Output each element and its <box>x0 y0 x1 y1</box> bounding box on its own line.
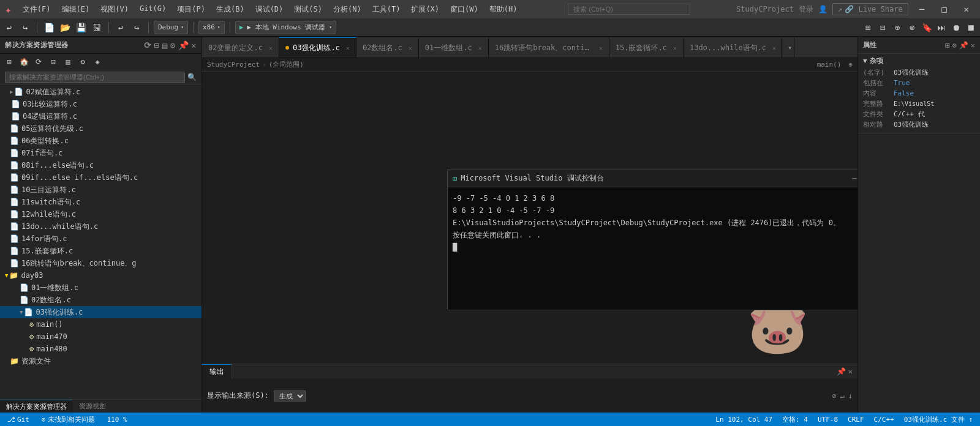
menu-extend[interactable]: 扩展(X) <box>406 3 444 16</box>
props-close-icon[interactable]: ✕ <box>971 41 975 50</box>
tree-item-day03[interactable]: ▼ 📁 day03 <box>0 269 202 282</box>
sb-btn-2[interactable]: 🏠 <box>17 55 31 69</box>
tab-5[interactable]: 15.嵌套循环.c ✕ <box>609 38 684 58</box>
tree-item-3[interactable]: 📄 05运算符优先级.c <box>0 122 202 135</box>
menu-file[interactable]: 文件(F) <box>18 3 56 16</box>
redo-button[interactable]: ↪ <box>130 21 143 34</box>
tb-btn-5[interactable]: 🔖 <box>920 21 933 34</box>
tree-item-13[interactable]: 📄 15.嵌套循环.c <box>0 245 202 257</box>
menu-test[interactable]: 测试(S) <box>289 3 327 16</box>
search-input[interactable] <box>568 4 690 15</box>
tree-item-18[interactable]: ▼ 📄 03强化训练.c <box>0 306 202 318</box>
props-value-4[interactable]: C/C++ 代 <box>894 110 975 119</box>
props-icon-2[interactable]: ⚙ <box>952 41 957 50</box>
menu-window[interactable]: 窗口(W) <box>445 3 483 16</box>
status-filename[interactable]: 03强化训练.c 文件 ↑ <box>902 415 975 424</box>
sync-icon[interactable]: ⟳ <box>144 40 152 50</box>
props-value-0[interactable]: 03强化训练 <box>894 68 975 77</box>
menu-edit[interactable]: 编辑(E) <box>57 3 95 16</box>
open-button[interactable]: 📂 <box>58 21 72 34</box>
tab-6[interactable]: 13do...while语句.c ✕ <box>684 38 782 58</box>
sidebar-tab-resource[interactable]: 资源视图 <box>73 400 112 413</box>
tree-item-21[interactable]: ⚙ main480 <box>0 343 202 355</box>
tree-item-8[interactable]: 📄 10三目运算符.c <box>0 184 202 196</box>
tree-item-2[interactable]: 📄 04逻辑运算符.c <box>0 110 202 122</box>
props-value-2[interactable]: False <box>894 89 975 97</box>
minimize-button[interactable]: ─ <box>913 3 930 15</box>
props-value-1[interactable]: True <box>894 79 975 87</box>
menu-help[interactable]: 帮助(H) <box>484 3 522 16</box>
bc-expand-icon[interactable]: ⊕ <box>848 61 853 69</box>
source-select[interactable]: 生成 <box>274 390 306 402</box>
menu-view[interactable]: 视图(V) <box>96 3 134 16</box>
undo-button[interactable]: ↩ <box>114 21 127 34</box>
forward-button[interactable]: ↪ <box>18 21 32 34</box>
menu-tools[interactable]: 工具(T) <box>368 3 405 16</box>
tab-close-6[interactable]: ✕ <box>772 45 776 51</box>
menu-bar[interactable]: 文件(F) 编辑(E) 视图(V) Git(G) 项目(P) 生成(B) 调试(… <box>18 3 522 16</box>
status-zoom[interactable]: 110 % <box>105 416 130 424</box>
live-share-button[interactable]: ↗ 🔗 Live Share <box>832 3 908 15</box>
platform-dropdown[interactable]: x86 ▾ <box>198 21 225 34</box>
bc-function[interactable]: main() <box>817 61 842 69</box>
status-git[interactable]: ⎇ Git <box>5 416 32 424</box>
output-tab[interactable]: 输出 <box>202 364 232 379</box>
tab-close-1[interactable]: ✕ <box>346 45 350 51</box>
tree-item-14[interactable]: 📄 16跳转语句break、continue、g <box>0 257 202 269</box>
tab-1[interactable]: 03强化训练.c ✕ <box>279 37 356 58</box>
sb-btn-7[interactable]: ◈ <box>91 55 104 69</box>
props-value-3[interactable]: E:\VisualSt <box>894 100 975 107</box>
props-value-5[interactable]: 03强化训练 <box>894 120 975 129</box>
debug-config-dropdown[interactable]: Debug ▾ <box>154 21 188 34</box>
status-encoding[interactable]: UTF-8 <box>815 415 840 424</box>
sidebar-search-input[interactable] <box>5 72 185 83</box>
tree-item-0[interactable]: ▶ 📄 02赋值运算符.c <box>0 86 202 98</box>
tree-item-16[interactable]: 📄 01一维数组.c <box>0 282 202 294</box>
tree-item-11[interactable]: 📄 13do...while语句.c <box>0 220 202 233</box>
status-language[interactable]: C/C++ <box>872 415 897 424</box>
sb-btn-4[interactable]: ⊟ <box>47 55 60 69</box>
tab-close-0[interactable]: ✕ <box>269 45 273 51</box>
sidebar-pin-icon[interactable]: 📌 <box>178 40 189 50</box>
tb-btn-7[interactable]: ⏺ <box>949 21 963 34</box>
tab-2[interactable]: 02数组名.c ✕ <box>356 38 419 58</box>
tree-item-6[interactable]: 📄 08if...else语句.c <box>0 159 202 171</box>
maximize-button[interactable]: □ <box>935 3 952 15</box>
save-all-button[interactable]: 🖫 <box>90 21 104 34</box>
menu-git[interactable]: Git(G) <box>135 3 171 16</box>
menu-debug[interactable]: 调试(D) <box>251 3 288 16</box>
status-errors[interactable]: ⊘ 未找到相关问题 <box>39 415 97 424</box>
tree-item-4[interactable]: 📄 06类型转换.c <box>0 135 202 147</box>
menu-build[interactable]: 生成(B) <box>211 3 249 16</box>
run-button[interactable]: ▶ ▶ 本地 Windows 调试器 ▾ <box>235 21 336 34</box>
save-button[interactable]: 💾 <box>74 21 88 34</box>
sb-btn-1[interactable]: ⊞ <box>2 55 16 69</box>
status-spaces[interactable]: 空格: 4 <box>780 415 810 424</box>
tree-item-22[interactable]: 📁 资源文件 <box>0 355 202 367</box>
tree-item-17[interactable]: 📄 02数组名.c <box>0 294 202 306</box>
back-button[interactable]: ↩ <box>2 21 16 34</box>
status-line-endings[interactable]: CRLF <box>845 415 867 424</box>
tab-close-4[interactable]: ✕ <box>599 45 603 51</box>
sidebar-tab-solution[interactable]: 解决方案资源管理器 <box>0 400 73 413</box>
tab-0[interactable]: 02变量的定义.c ✕ <box>202 38 279 58</box>
tab-overflow-btn[interactable]: ▾ <box>782 38 794 58</box>
tree-item-12[interactable]: 📄 14for语句.c <box>0 233 202 245</box>
sidebar-close-icon[interactable]: ✕ <box>191 40 197 50</box>
tab-close-3[interactable]: ✕ <box>478 45 482 51</box>
sidebar-search[interactable]: 🔍 <box>0 70 202 84</box>
status-line-col[interactable]: Ln 102, Col 47 <box>713 415 775 424</box>
tree-item-7[interactable]: 📄 09if...else if...else语句.c <box>0 171 202 184</box>
output-pin-icon[interactable]: 📌 <box>837 367 846 376</box>
tab-close-2[interactable]: ✕ <box>409 45 412 51</box>
bc-scope[interactable]: (全局范围) <box>269 60 304 69</box>
tab-3[interactable]: 01一维数组.c ✕ <box>419 38 489 58</box>
tab-4[interactable]: 16跳转语句break、continue、goto.c ✕ <box>489 38 609 58</box>
tree-item-5[interactable]: 📄 07if语句.c <box>0 147 202 159</box>
tree-item-20[interactable]: ⚙ main470 <box>0 331 202 343</box>
tb-btn-8[interactable]: ⏹ <box>964 21 978 34</box>
debug-console-header[interactable]: ⊞ Microsoft Visual Studio 调试控制台 ─ □ ✕ <box>448 170 858 187</box>
new-file-button[interactable]: 📄 <box>42 21 56 34</box>
props-pin-icon[interactable]: 📌 <box>959 41 968 50</box>
output-close-icon[interactable]: ✕ <box>848 367 853 376</box>
